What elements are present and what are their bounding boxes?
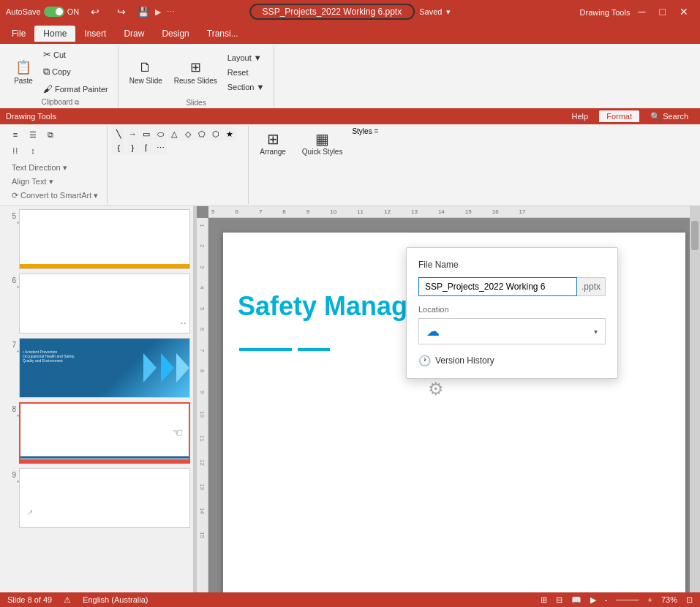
slide-6-thumb[interactable]: • • — [19, 274, 190, 333]
tab-insert[interactable]: Insert — [75, 26, 115, 42]
dropdown-arrow-title: ▾ — [446, 7, 451, 17]
section-label: Section ▼ — [227, 83, 265, 91]
shape-bracket1[interactable]: { — [112, 141, 125, 154]
help-label[interactable]: Help — [571, 112, 588, 121]
format-tab-area: Drawing Tools — [6, 112, 56, 121]
slide-item-9[interactable]: 9 * ↗ — [3, 468, 190, 528]
slide-5-number: 5 — [1, 212, 16, 220]
title-bar-center: SSP_Projects_2022 Working 6.pptx Saved ▾ — [249, 4, 451, 20]
reuse-slides-label: Reuse Slides — [174, 77, 217, 85]
cut-icon: ✂ — [43, 49, 51, 60]
ruler-h: 5 6 7 8 9 10 11 12 13 14 15 16 17 — [208, 206, 700, 218]
tab-transitions[interactable]: Transi... — [198, 26, 247, 42]
paste-button[interactable]: 📋 Paste — [9, 56, 38, 88]
para-row-1: ≡ ☰ ⧉ — [7, 127, 102, 142]
redo-button[interactable]: ↪ — [111, 6, 132, 18]
restore-button[interactable]: □ — [653, 6, 671, 18]
section-button[interactable]: Section ▼ — [224, 80, 268, 94]
slide-item-7[interactable]: 7 * • Accident Prevention Occupational H… — [3, 338, 190, 398]
shape-star[interactable]: ★ — [223, 127, 236, 140]
shape-arrow[interactable]: → — [126, 127, 139, 140]
ruler-v-10: 10 — [199, 411, 206, 418]
close-button[interactable]: ✕ — [674, 6, 694, 18]
format-painter-button[interactable]: 🖌 Format Painter — [39, 81, 112, 97]
paste-icon: 📋 — [15, 59, 31, 75]
quick-styles-button[interactable]: ▦ Quick Styles — [296, 127, 350, 159]
title-bar-left: AutoSave ON ↩ ↪ 💾 ▶ ⋯ — [6, 6, 175, 18]
ruler-v-8: 8 — [199, 369, 206, 372]
slide-5-meta: 5 * — [3, 209, 19, 227]
slide-9-thumb[interactable]: ↗ — [19, 468, 190, 528]
convert-smartart-button[interactable]: ⟳ Convert to SmartArt ▾ — [7, 189, 102, 203]
slide-8-inner: ☞ — [20, 404, 189, 462]
convert-label: Convert to SmartArt ▾ — [20, 191, 98, 200]
shape-more[interactable]: ⋯ — [154, 141, 167, 154]
tab-home[interactable]: Home — [34, 26, 75, 42]
paragraph-label: Text Direction ▾ Align Text ▾ ⟳ Convert … — [7, 161, 102, 203]
shape-rect[interactable]: ▭ — [140, 127, 153, 140]
autosave-switch[interactable] — [44, 7, 64, 17]
slide-7-inner: • Accident Prevention Occupational Healt… — [20, 339, 189, 397]
columns-btn[interactable]: ⁞⁞ — [7, 143, 23, 158]
paste-label: Paste — [14, 77, 33, 85]
shape-line[interactable]: ╲ — [112, 127, 125, 140]
filename-input[interactable] — [418, 277, 577, 296]
slide-5-inner — [20, 210, 189, 268]
list-btn-1[interactable]: ≡ — [7, 127, 23, 142]
slide-8-thumb[interactable]: ☞ — [19, 402, 190, 464]
slide-item-6[interactable]: 6 * • • — [3, 274, 190, 333]
cut-button[interactable]: ✂ Cut — [39, 47, 112, 62]
slide-item-8[interactable]: 8 * ☞ — [3, 402, 190, 464]
minimize-button[interactable]: ─ — [632, 6, 651, 18]
slides-panel[interactable]: 5 * 6 * • • 7 * — [0, 206, 194, 607]
slide-5-thumb[interactable] — [19, 209, 190, 269]
shape-hexagon[interactable]: ⬡ — [209, 127, 222, 140]
reuse-slides-button[interactable]: ⊞ Reuse Slides — [169, 56, 222, 88]
shape-bracket2[interactable]: } — [126, 141, 139, 154]
layout-button[interactable]: Layout ▼ — [224, 51, 268, 64]
ruler-v-1: 1 — [199, 224, 206, 227]
accessibility-icon[interactable]: ⚠ — [64, 595, 71, 605]
line-spacing-btn[interactable]: ↕ — [25, 143, 41, 158]
ruler-h-container: 5 6 7 8 9 10 11 12 13 14 15 16 17 — [197, 206, 700, 218]
version-history-button[interactable]: 🕐 Version History — [418, 355, 606, 366]
slide-6-meta: 6 * — [3, 274, 19, 291]
slide-7-thumb[interactable]: • Accident Prevention Occupational Healt… — [19, 338, 190, 398]
ruler-v-6: 6 — [199, 328, 206, 331]
list-btn-2[interactable]: ☰ — [25, 127, 41, 142]
slide-item-5[interactable]: 5 * — [3, 209, 190, 269]
tab-draw[interactable]: Draw — [115, 26, 153, 42]
para-expand[interactable]: ⧉ — [42, 127, 59, 142]
new-slide-button[interactable]: 🗋 New Slide — [124, 57, 168, 88]
ruler-h-8: 8 — [282, 208, 285, 215]
format-painter-icon: 🖌 — [43, 83, 53, 94]
undo-button[interactable]: ↩ — [85, 6, 105, 18]
version-history-label: Version History — [435, 355, 494, 366]
format-tab-active[interactable]: Format — [599, 110, 639, 122]
tab-design[interactable]: Design — [153, 26, 197, 42]
status-left: Slide 8 of 49 ⚠ English (Australia) — [7, 595, 148, 605]
shape-diamond[interactable]: ◇ — [181, 127, 195, 140]
tab-file[interactable]: File — [3, 26, 34, 42]
shape-triangle[interactable]: △ — [168, 127, 181, 140]
align-text-button[interactable]: Align Text ▾ — [7, 175, 102, 189]
text-direction-button[interactable]: Text Direction ▾ — [7, 161, 102, 175]
autosave-toggle[interactable]: AutoSave ON — [6, 7, 79, 17]
ruler-h-5: 5 — [211, 208, 214, 215]
location-dropdown[interactable]: ☁ ▾ — [418, 318, 606, 344]
slide-7-line3: Quality and Environment — [23, 358, 75, 363]
ruler-h-14: 14 — [438, 208, 445, 215]
clipboard-expand-icon[interactable]: ⧉ — [75, 99, 79, 106]
arrange-button[interactable]: ⊞ Arrange — [253, 127, 293, 159]
reset-button[interactable]: Reset — [224, 66, 268, 79]
shape-bracket3[interactable]: ⌈ — [140, 141, 153, 154]
slides-small-buttons: Layout ▼ Reset Section ▼ — [224, 51, 268, 94]
shape-oval[interactable]: ⬭ — [154, 127, 167, 140]
toolbar-icon-save: 💾 — [138, 7, 149, 18]
new-slide-icon: 🗋 — [139, 60, 152, 75]
shape-pentagon[interactable]: ⬠ — [195, 127, 208, 140]
slide-6-number: 6 — [1, 276, 16, 284]
popup-filename-label: File Name — [418, 260, 606, 270]
arrow-1 — [143, 353, 157, 382]
copy-button[interactable]: ⧉ Copy — [39, 64, 112, 80]
